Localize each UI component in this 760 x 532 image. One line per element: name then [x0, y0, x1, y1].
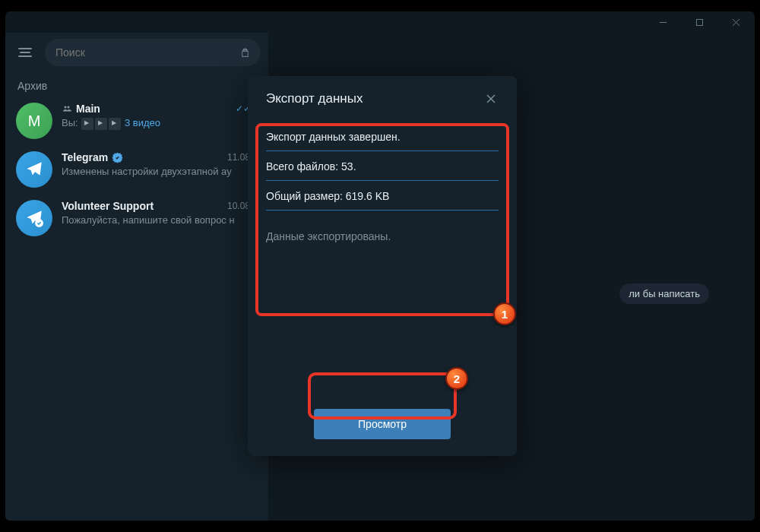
- group-icon: [62, 104, 72, 113]
- svg-rect-1: [696, 19, 702, 25]
- dialog-footer: Просмотр: [248, 409, 517, 439]
- view-button[interactable]: Просмотр: [314, 409, 451, 439]
- export-dialog: Экспорт данных Экспорт данных завершен. …: [248, 76, 517, 456]
- titlebar: [5, 11, 755, 33]
- video-thumb-icon: [81, 118, 93, 130]
- export-subtitle: Данные экспортированы.: [266, 211, 499, 242]
- chat-item-main[interactable]: M Main ✓✓1 Вы:: [5, 97, 268, 145]
- video-thumb-icon: [109, 118, 121, 130]
- annotation-badge-2: 2: [445, 367, 468, 390]
- archive-label: Архив: [5, 72, 268, 97]
- chat-body: Volunteer Support 10.08.2 Пожалуйста, на…: [62, 200, 258, 226]
- chat-name: Telegram: [62, 151, 123, 163]
- search-field-wrap[interactable]: [45, 39, 261, 66]
- verified-icon: [112, 152, 123, 163]
- avatar: [16, 200, 52, 236]
- date-chip: ли бы написать: [619, 283, 709, 304]
- maximize-button[interactable]: [686, 11, 712, 33]
- dialog-content: Экспорт данных завершен. Всего файлов: 5…: [248, 117, 517, 409]
- chat-body: Main ✓✓1 Вы: 3 видео: [62, 103, 258, 130]
- search-input[interactable]: [55, 46, 240, 59]
- chat-preview: Пожалуйста, напишите свой вопрос н: [62, 214, 258, 226]
- minimize-button[interactable]: [650, 11, 676, 33]
- chat-item-telegram[interactable]: Telegram 11.08.2 Изменены настройки двух…: [5, 145, 268, 194]
- annotation-badge-1: 1: [493, 302, 516, 325]
- avatar: M: [16, 103, 52, 139]
- dialog-header: Экспорт данных: [248, 88, 517, 117]
- avatar: [16, 151, 52, 188]
- sidebar-topbar: [5, 33, 268, 72]
- sidebar: Архив M Main ✓✓1: [5, 33, 268, 521]
- menu-button[interactable]: [11, 39, 39, 66]
- chat-body: Telegram 11.08.2 Изменены настройки двух…: [62, 151, 258, 177]
- svg-point-4: [65, 106, 67, 109]
- video-thumb-icon: [95, 118, 107, 130]
- chat-item-volunteer[interactable]: Volunteer Support 10.08.2 Пожалуйста, на…: [5, 194, 268, 242]
- lock-icon: [240, 48, 250, 58]
- export-files-row: Всего файлов: 53.: [266, 151, 499, 181]
- close-window-button[interactable]: [723, 11, 749, 33]
- chat-name: Main: [62, 103, 100, 115]
- dialog-close-button[interactable]: [480, 88, 502, 109]
- dialog-title: Экспорт данных: [266, 91, 363, 106]
- chat-preview: Вы: 3 видео: [62, 117, 258, 130]
- chat-preview: Изменены настройки двухэтапной ау: [62, 166, 258, 177]
- export-size-row: Общий размер: 619.6 KB: [266, 181, 499, 211]
- svg-point-5: [68, 106, 70, 109]
- chat-name: Volunteer Support: [62, 200, 154, 212]
- export-status-row: Экспорт данных завершен.: [266, 122, 499, 151]
